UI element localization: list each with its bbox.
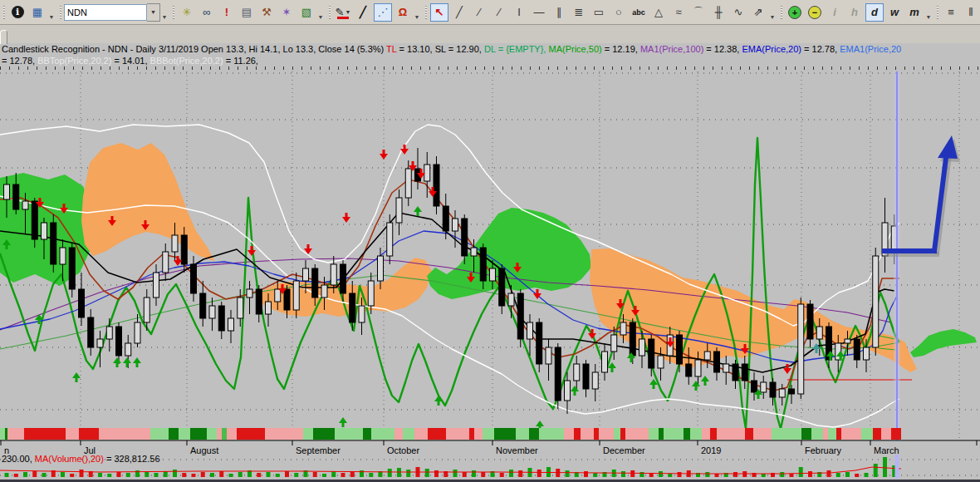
dropdown-arrow-icon: ▼ <box>345 9 350 15</box>
price-chart-canvas[interactable]: nJulAugustSeptemberOctoberNovemberDecemb… <box>0 71 980 482</box>
wizard-icon[interactable]: ✶ <box>277 3 296 22</box>
volume-bar <box>331 471 336 477</box>
candle <box>200 281 206 327</box>
market-ribbon-segment <box>0 428 5 440</box>
interval-weekly-button[interactable]: w <box>885 3 904 22</box>
market-ribbon-segment <box>371 428 394 440</box>
cycle-lines-tool-icon[interactable]: ╫ <box>709 3 728 22</box>
candle <box>499 264 505 314</box>
indicator-builder-icon[interactable]: ✳ <box>178 3 196 22</box>
volume-bar <box>593 473 597 477</box>
text-segment: Candlestick Recognition - NDN - Daily 3/… <box>2 44 386 54</box>
month-label: February <box>805 445 842 455</box>
triangle-tool-icon[interactable]: △ <box>649 3 668 22</box>
volume-bar <box>715 474 719 477</box>
volume-bar <box>845 472 850 477</box>
market-ribbon-segment <box>581 428 594 440</box>
sheet-tab-corner[interactable] <box>0 30 7 44</box>
volume-bar <box>219 471 223 477</box>
alert-icon[interactable]: ! <box>218 3 236 22</box>
arc-tool-icon[interactable]: ⌒ <box>689 3 708 22</box>
candle <box>583 360 589 397</box>
market-ribbon-segment <box>403 428 414 440</box>
buy-signal-arrow-icon <box>339 417 347 427</box>
segment-tool-icon[interactable]: ∕ <box>470 3 488 22</box>
zoom-in-icon[interactable]: + <box>786 3 804 22</box>
horizontal-line-tool-icon[interactable]: ― <box>530 3 548 22</box>
market-ribbon-segment <box>710 428 717 440</box>
zigzag-tool-icon[interactable]: ∿ <box>729 3 747 22</box>
text-segment: = 14.01, <box>111 56 149 66</box>
market-ribbon-segment <box>474 428 483 440</box>
zoom-out-icon[interactable]: − <box>806 3 824 22</box>
volume-bar <box>23 472 27 477</box>
symbol-input[interactable] <box>64 4 147 21</box>
interval-intraday-button[interactable]: i <box>826 3 844 22</box>
market-ribbon-segment <box>24 428 66 440</box>
volume-bar <box>481 472 485 477</box>
fibonacci-tool-icon[interactable]: ≣ <box>570 3 588 22</box>
interval-hourly-button[interactable]: h <box>845 3 864 22</box>
volume-bar <box>238 472 243 477</box>
candle <box>779 384 785 406</box>
arrow-tool-icon[interactable]: ⇗ <box>749 3 767 22</box>
row-layout-icon[interactable]: ≡ <box>942 3 960 22</box>
trendline-tool-icon[interactable]: ╱ <box>450 3 468 22</box>
explorer-glasses-icon[interactable]: ∞ <box>198 3 216 22</box>
report-icon[interactable]: ▤ <box>238 3 256 22</box>
dotted-line-icon[interactable]: ⋰ <box>374 3 392 22</box>
candle <box>135 314 140 347</box>
interval-monthly-button[interactable]: m <box>905 3 924 22</box>
candle <box>79 273 85 326</box>
toolbar-overflow-chevron[interactable]: ▼ <box>768 3 777 22</box>
tools-icon[interactable]: ⚒ <box>257 3 276 22</box>
candle <box>69 243 75 298</box>
wave-tool-icon[interactable]: ≈ <box>669 3 688 22</box>
text-segment: MA(Volume(),20) <box>35 454 104 464</box>
pencil-color-icon[interactable]: ✎▼ <box>334 3 352 22</box>
candle <box>106 318 112 352</box>
market-ribbon-segment <box>599 428 614 440</box>
toolbar-overflow-chevron[interactable]: ▼ <box>47 3 56 22</box>
text-segment: MA1(Price,100) <box>640 44 703 54</box>
info-icon[interactable]: ℹ <box>8 3 27 22</box>
candle <box>191 256 197 302</box>
market-ribbon-segment <box>772 428 801 440</box>
volume-bar <box>630 470 635 477</box>
volume-bar <box>61 472 65 477</box>
text-segment: = 12.19, <box>602 44 640 54</box>
rectangle-tool-icon[interactable]: ▭ <box>590 3 608 22</box>
trend-arrow-annotation[interactable] <box>882 248 937 253</box>
volume-bar <box>799 467 803 477</box>
candle <box>602 343 608 381</box>
magnet-snap-icon[interactable]: Ω <box>394 3 412 22</box>
column-layout-icon[interactable]: ⫴ <box>962 3 980 22</box>
candle <box>88 309 94 356</box>
volume-bar <box>762 474 766 477</box>
volume-bar <box>276 474 280 477</box>
toolbar-group-zoom-interval: +−ihdwm▼ <box>780 2 933 23</box>
market-ribbon-segment <box>313 428 335 440</box>
candle <box>854 335 860 368</box>
trend-arrow-head-icon[interactable] <box>938 135 958 159</box>
interval-daily-button[interactable]: d <box>865 3 884 22</box>
text-tool-icon[interactable]: abc <box>630 3 648 22</box>
toolbar-overflow-chevron[interactable]: ▼ <box>160 3 169 22</box>
sell-signal-arrow-icon <box>247 246 256 256</box>
solid-line-icon[interactable]: ╱ <box>354 3 372 22</box>
parallel-lines-tool-icon[interactable]: ∥ <box>550 3 568 22</box>
ray-tool-icon[interactable]: ⁄ <box>490 3 508 22</box>
scan-chart-icon[interactable]: ▧ <box>297 3 316 22</box>
vertical-line-tool-icon[interactable]: I <box>510 3 528 22</box>
quote-editor-icon[interactable]: ▦ <box>28 3 47 22</box>
market-ribbon-segment <box>659 428 664 440</box>
ellipse-tool-icon[interactable]: ○ <box>610 3 628 22</box>
volume-bar <box>472 470 476 477</box>
toolbar-overflow-chevron[interactable]: ▼ <box>413 3 421 22</box>
toolbar-overflow-chevron[interactable]: ▼ <box>316 3 325 22</box>
pane-header-strip <box>0 25 980 43</box>
toolbar-overflow-chevron[interactable]: ▼ <box>924 3 933 22</box>
symbol-dropdown-button[interactable]: ▼ <box>147 3 160 22</box>
pointer-tool-icon[interactable]: ↖ <box>430 3 448 22</box>
market-ribbon-segment <box>745 428 753 440</box>
